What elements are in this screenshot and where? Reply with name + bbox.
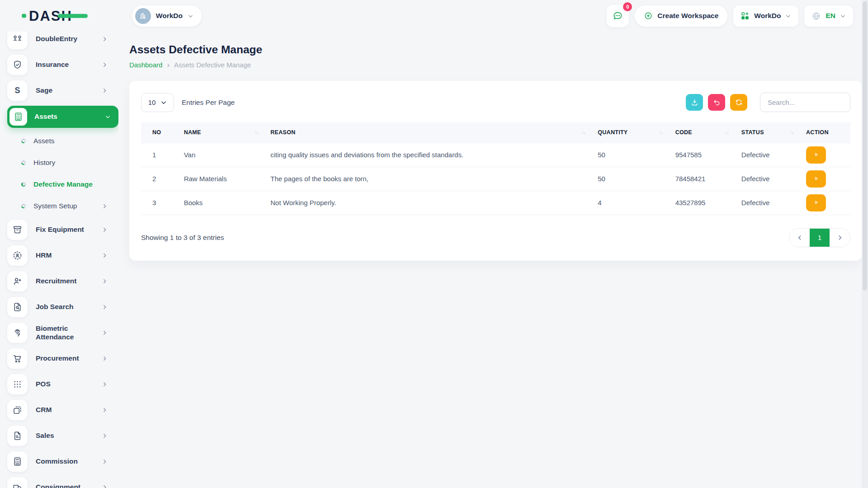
cell-action [800,143,850,167]
column-header-name[interactable]: NAME↑↓ [178,122,264,143]
sidebar-item-pos[interactable]: POS [7,371,118,397]
cell-name: Van [178,143,264,167]
cell-reason: citing quality issues and deviations fro… [264,143,591,167]
cell-no: 1 [141,143,178,167]
sidebar-subitem-label: System Setup [33,202,102,210]
company-menu[interactable]: WorkDo [733,5,798,27]
sidebar-item-sage[interactable]: SSage [7,78,118,103]
sidebar-subitem-system-setup[interactable]: System Setup [7,195,118,217]
page-title: Assets Defective Manage [129,43,862,56]
chevron-right-icon [102,330,108,336]
sidebar-subitem-history[interactable]: History [7,152,118,174]
sidebar-subitem-defective-manage[interactable]: Defective Manage [7,174,118,195]
letter-s-icon: S [7,80,28,101]
messages-button[interactable]: 0 [607,5,629,27]
sort-icon[interactable]: ↑↓ [725,130,729,135]
app-logo[interactable]: DASH [29,9,72,23]
language-selector[interactable]: EN [804,5,853,27]
column-header-reason[interactable]: REASON↑↓ [264,122,591,143]
sort-icon[interactable]: ↑↓ [790,130,793,135]
chevron-right-icon [102,62,108,68]
chevron-right-icon [102,433,108,439]
sidebar-item-crm[interactable]: CRM [7,397,118,423]
sidebar-item-assets[interactable]: Assets [7,106,118,128]
undo-arrow-icon [712,98,721,107]
sidebar-item-sales[interactable]: Sales [7,423,118,449]
topbar: DASH WorkDo 0 Create Workspace WorkDo [0,0,868,32]
pagination-prev-button[interactable] [789,229,810,247]
refresh-button[interactable] [730,94,747,111]
row-action-button[interactable] [806,146,826,164]
sidebar-item-recruitment[interactable]: Recruitment [7,268,118,294]
sidebar-item-label: DoubleEntry [36,35,102,43]
sidebar-item-fix-equipment[interactable]: Fix Equipment [7,217,118,243]
create-workspace-button[interactable]: Create Workspace [635,5,727,27]
table-row: 2Raw MaterialsThe pages of the books are… [141,167,850,191]
row-action-button[interactable] [806,170,826,188]
cell-code: 9547585 [669,143,735,167]
sidebar-item-label: Insurance [36,61,102,69]
column-header-status[interactable]: STATUS↑↓ [735,122,800,143]
chevron-left-icon [797,235,803,241]
column-header-label: ACTION [806,129,829,136]
cell-status: Defective [735,167,800,191]
chevron-right-icon [102,407,108,413]
search-input[interactable] [760,93,850,112]
export-download-button[interactable] [686,94,703,111]
sort-icon[interactable]: ↑↓ [254,130,258,135]
pagination-next-button[interactable] [830,229,850,247]
chevron-down-icon [785,13,791,19]
sidebar-item-label: Biometric Attendance [36,324,102,341]
grid-plus-icon [741,11,750,20]
sidebar-subitem-label: Assets [33,137,108,145]
chevron-right-icon [102,88,108,94]
breadcrumb-dashboard-link[interactable]: Dashboard [129,61,162,69]
workspace-name: WorkDo [156,12,183,20]
cell-quantity: 50 [591,167,669,191]
column-header-quantity[interactable]: QUANTITY↑↓ [591,122,669,143]
cart-icon [7,348,28,369]
sidebar-item-biometric-attendance[interactable]: Biometric Attendance [7,320,118,346]
sidebar-item-procurement[interactable]: Procurement [7,346,118,371]
undo-button[interactable] [708,94,725,111]
sidebar-item-label: Job Search [36,303,102,311]
sidebar-item-consignment[interactable]: Consignment [7,474,118,488]
sidebar-subitem-assets[interactable]: Assets [7,130,118,152]
shield-check-icon [7,55,28,75]
sidebar-item-hrm[interactable]: HRM [7,243,118,268]
cell-status: Defective [735,191,800,215]
sort-icon[interactable]: ↑↓ [581,130,585,135]
sidebar-subitem-label: History [33,159,108,167]
sidebar-item-commission[interactable]: Commission [7,449,118,474]
person-dashed-circle-icon [7,245,28,266]
cell-code: 78458421 [669,167,735,191]
page-scrollbar[interactable] [862,0,868,488]
cell-status: Defective [735,143,800,167]
sidebar-item-job-search[interactable]: Job Search [7,294,118,320]
calculator-icon [9,108,27,126]
sidebar-item-label: Commission [36,457,102,466]
row-action-button[interactable] [806,194,826,211]
column-header-label: NO [152,129,161,136]
breadcrumb-current: Assets Defective Manage [174,61,251,69]
entries-per-page-value: 10 [148,99,156,106]
scrollbar-thumb[interactable] [863,1,867,291]
cell-reason: Not Working Properly. [264,191,591,215]
cell-name: Raw Materials [178,167,264,191]
main-content: Assets Defective Manage Dashboard › Asse… [118,32,868,488]
truck-icon [7,477,28,488]
cell-quantity: 4 [591,191,669,215]
entries-per-page-select[interactable]: 10 [141,93,174,112]
sidebar-item-doubleentry[interactable]: DoubleEntry [7,32,118,52]
sort-icon[interactable]: ↑↓ [659,130,663,135]
sidebar-item-insurance[interactable]: Insurance [7,52,118,78]
chevron-right-icon [102,304,108,310]
workspace-selector[interactable]: WorkDo [132,5,202,27]
column-header-label: REASON [270,129,295,136]
pagination-current-page[interactable]: 1 [810,229,830,247]
column-header-code[interactable]: CODE↑↓ [669,122,735,143]
workspace-avatar [135,8,151,24]
sidebar: DoubleEntryInsuranceSSageAssetsAssetsHis… [0,32,118,488]
chevron-down-icon [840,13,846,19]
sidebar-item-label: Procurement [36,354,102,363]
